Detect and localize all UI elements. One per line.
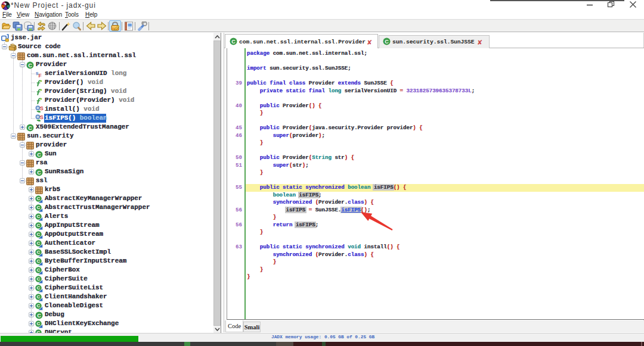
- svg-text:C: C: [37, 196, 41, 201]
- svg-text:C: C: [37, 170, 41, 176]
- svg-text:C: C: [37, 321, 41, 326]
- svg-text:C: C: [28, 63, 32, 68]
- svg-text:C: C: [37, 250, 41, 255]
- svg-text:C: C: [37, 241, 41, 246]
- svg-text:S: S: [39, 105, 43, 111]
- svg-text:C: C: [37, 267, 41, 273]
- svg-text:C: C: [37, 152, 41, 158]
- svg-text:C: C: [37, 214, 41, 219]
- svg-text:C: C: [37, 258, 41, 264]
- svg-text:C: C: [37, 313, 41, 319]
- svg-text:C: C: [231, 39, 236, 45]
- svg-text:F: F: [38, 73, 42, 78]
- svg-text:C: C: [37, 303, 41, 308]
- svg-text:C: C: [37, 232, 41, 237]
- svg-text:C: C: [37, 205, 41, 210]
- svg-text:S: S: [39, 114, 43, 120]
- svg-text:C: C: [37, 223, 41, 228]
- svg-text:C: C: [385, 39, 389, 45]
- svg-text:C: C: [37, 294, 41, 300]
- svg-text:C: C: [28, 125, 32, 131]
- svg-text:C: C: [37, 276, 41, 282]
- svg-text:C: C: [37, 285, 41, 291]
